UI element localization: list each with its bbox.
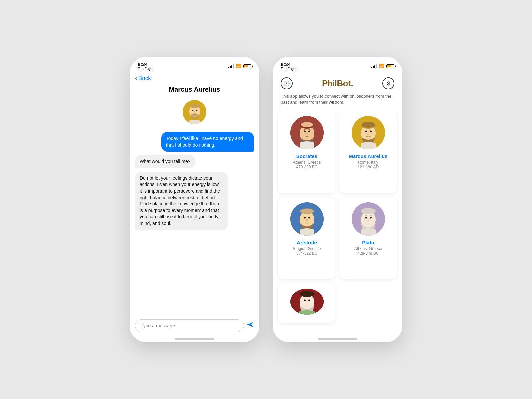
status-bar-left: 8:34 TestFlight 📶 bbox=[130, 57, 259, 72]
signal-icon-right bbox=[371, 64, 377, 68]
message-bot-response: Do not let your feelings dictate your ac… bbox=[135, 172, 228, 230]
svg-point-29 bbox=[365, 217, 367, 218]
svg-point-16 bbox=[362, 122, 375, 128]
signal-icon bbox=[228, 64, 234, 68]
testflight-label-left: TestFlight bbox=[138, 67, 153, 71]
svg-point-12 bbox=[306, 133, 308, 134]
chat-avatar-container bbox=[130, 97, 259, 129]
philosopher-grid: Socrates Athens, Greece 470-399 BC bbox=[273, 111, 402, 342]
back-chevron-icon: ‹ bbox=[135, 75, 137, 82]
marcus-list-svg bbox=[352, 116, 385, 149]
home-indicator-left bbox=[175, 338, 214, 340]
philosopher-name-marcus: Marcus Aurelius bbox=[349, 153, 387, 159]
wifi-icon-right: 📶 bbox=[379, 64, 384, 68]
svg-point-34 bbox=[300, 291, 314, 297]
plato-svg bbox=[352, 202, 385, 236]
philosopher-card-socrates[interactable]: Socrates Athens, Greece 470-399 BC bbox=[278, 111, 335, 193]
marcus-avatar-svg bbox=[183, 100, 206, 124]
philosopher-dates-marcus: 121-180 AD bbox=[358, 165, 379, 169]
svg-point-31 bbox=[367, 219, 369, 221]
philosopher-avatar-marcus bbox=[352, 116, 385, 149]
status-bar-right: 8:34 TestFlight 📶 bbox=[273, 57, 402, 72]
testflight-label-right: TestFlight bbox=[281, 67, 296, 71]
send-button[interactable] bbox=[247, 321, 254, 330]
philbot-header: 🕐 PhilBot. ⚙ bbox=[273, 72, 402, 92]
back-nav[interactable]: ‹ Back bbox=[130, 72, 259, 84]
philosopher-name-plato: Plato bbox=[362, 240, 374, 245]
wifi-icon: 📶 bbox=[236, 64, 241, 68]
philosopher-card-marcus[interactable]: Marcus Aurelius Rome, Italy 121-180 AD bbox=[339, 111, 397, 193]
svg-point-9 bbox=[301, 122, 313, 127]
svg-point-5 bbox=[191, 113, 199, 119]
philosopher-dates-plato: 428-348 BC bbox=[357, 251, 379, 256]
svg-point-2 bbox=[189, 104, 200, 108]
socrates-svg bbox=[290, 116, 324, 149]
chat-messages: Today I feel like I have no energy and t… bbox=[130, 129, 259, 342]
philosopher-card-aristotle[interactable]: Aristotle Stagira, Greece 384-322 BC bbox=[278, 197, 335, 280]
time-left: 8:34 bbox=[138, 61, 148, 67]
battery-icon-right bbox=[386, 64, 394, 68]
svg-point-3 bbox=[192, 110, 194, 111]
back-label[interactable]: Back bbox=[138, 75, 151, 82]
fifth-philosopher-svg bbox=[290, 289, 324, 315]
home-indicator-right bbox=[318, 338, 357, 340]
settings-button[interactable]: ⚙ bbox=[382, 77, 394, 89]
message-user-1: Today I feel like I have no energy and t… bbox=[161, 132, 254, 152]
philosopher-name-socrates: Socrates bbox=[296, 153, 317, 159]
philosopher-card-plato[interactable]: Plato Athens, Greece 428-348 BC bbox=[339, 197, 397, 280]
svg-point-10 bbox=[304, 131, 306, 132]
time-right: 8:34 bbox=[281, 61, 291, 67]
chat-title: Marcus Aurelius bbox=[130, 84, 259, 97]
message-bot-question: What would you tell me? bbox=[135, 155, 195, 168]
history-icon: 🕐 bbox=[283, 80, 290, 87]
philosopher-location-marcus: Rome, Italy bbox=[358, 160, 378, 165]
philosopher-avatar-fifth bbox=[290, 289, 324, 315]
philosopher-location-socrates: Athens, Greece bbox=[293, 160, 321, 165]
battery-icon bbox=[243, 64, 251, 68]
left-phone: 8:34 TestFlight 📶 ‹ Back Marcus Aurelius bbox=[130, 57, 259, 342]
right-phone: 8:34 TestFlight 📶 🕐 PhilBot. ⚙ This app … bbox=[273, 57, 402, 342]
philosopher-location-aristotle: Stagira, Greece bbox=[293, 246, 321, 251]
svg-point-35 bbox=[304, 300, 306, 301]
message-input[interactable] bbox=[135, 319, 244, 332]
svg-point-18 bbox=[370, 131, 372, 132]
philosopher-dates-aristotle: 384-322 BC bbox=[296, 251, 317, 256]
chat-avatar bbox=[183, 100, 206, 124]
svg-point-28 bbox=[361, 208, 376, 214]
philosopher-dates-socrates: 470-399 BC bbox=[296, 165, 317, 169]
svg-point-36 bbox=[308, 300, 310, 301]
history-button[interactable]: 🕐 bbox=[281, 77, 293, 89]
status-icons-left: 📶 bbox=[228, 64, 251, 68]
svg-point-30 bbox=[370, 217, 372, 218]
svg-point-25 bbox=[306, 219, 308, 221]
svg-point-24 bbox=[308, 217, 310, 218]
svg-point-22 bbox=[301, 208, 313, 213]
svg-point-17 bbox=[365, 131, 367, 132]
status-icons-right: 📶 bbox=[371, 64, 394, 68]
app-description: This app allows you to connect with phil… bbox=[273, 92, 402, 111]
svg-point-23 bbox=[304, 217, 306, 218]
philosopher-name-aristotle: Aristotle bbox=[297, 240, 317, 245]
chat-input-bar bbox=[135, 319, 254, 332]
send-icon bbox=[247, 321, 254, 328]
philosopher-avatar-plato bbox=[352, 202, 385, 236]
philosopher-location-plato: Athens, Greece bbox=[354, 246, 382, 251]
philosopher-avatar-socrates bbox=[290, 116, 324, 149]
philosopher-avatar-aristotle bbox=[290, 202, 324, 236]
app-title: PhilBot. bbox=[322, 78, 353, 89]
svg-point-4 bbox=[196, 110, 198, 111]
aristotle-svg bbox=[290, 202, 324, 236]
svg-point-11 bbox=[308, 131, 310, 132]
philosopher-card-fifth[interactable] bbox=[278, 283, 335, 323]
settings-icon: ⚙ bbox=[386, 80, 391, 87]
